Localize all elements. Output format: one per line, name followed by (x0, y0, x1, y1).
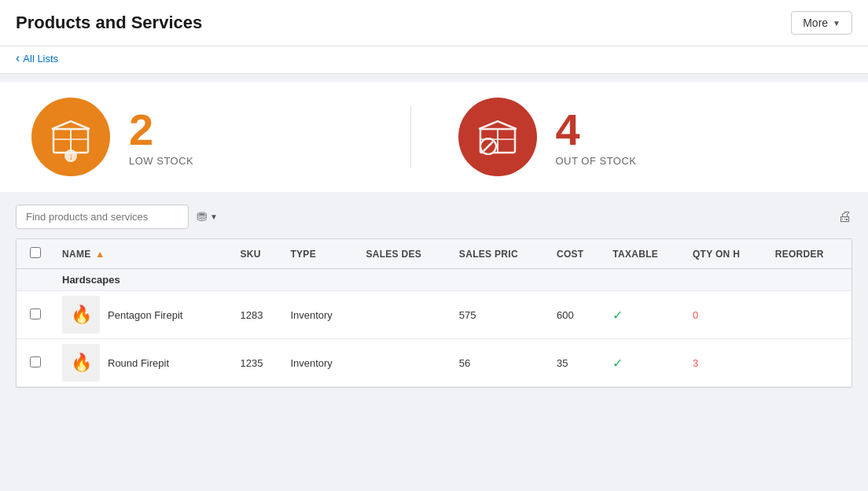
product-sales-desc (358, 291, 451, 339)
product-sku: 1283 (233, 291, 283, 339)
print-button[interactable]: 🖨 (838, 209, 852, 225)
col-taxable[interactable]: TAXABLE (605, 239, 685, 269)
all-lists-link[interactable]: All Lists (16, 51, 58, 65)
product-sales-price: 575 (451, 291, 549, 339)
product-thumbnail: 🔥 (62, 344, 100, 382)
group-label: Hardscapes (54, 269, 851, 291)
page-title: Products and Services (16, 13, 202, 33)
all-lists-bar: All Lists (0, 46, 868, 74)
product-name-cell: 🔥 Round Firepit (54, 339, 233, 387)
product-cost: 35 (549, 339, 605, 387)
out-of-stock-count: 4 (556, 108, 637, 152)
row-checkbox-cell (17, 291, 54, 339)
row-checkbox-cell (17, 339, 54, 387)
row-checkbox[interactable] (30, 356, 41, 367)
select-all-checkbox[interactable] (30, 247, 41, 258)
col-name[interactable]: NAME ▲ (54, 239, 233, 269)
low-stock-label: LOW STOCK (129, 155, 193, 167)
print-icon: 🖨 (838, 209, 852, 224)
products-table-wrapper: NAME ▲ SKU TYPE SALES DES SALES PRIC COS… (16, 238, 852, 388)
product-sales-desc (358, 339, 451, 387)
filter-icon: ⛃ (197, 209, 207, 224)
taxable-check-icon: ✓ (612, 356, 623, 370)
out-of-stock-label: OUT OF STOCK (556, 155, 637, 167)
out-of-stock-text: 4 OUT OF STOCK (556, 108, 637, 167)
col-reorder[interactable]: REORDER (767, 239, 851, 269)
product-sales-price: 56 (451, 339, 549, 387)
product-type: Inventory (282, 291, 358, 339)
product-thumbnail: 🔥 (62, 296, 100, 334)
col-qty[interactable]: QTY ON H (685, 239, 767, 269)
col-sku[interactable]: SKU (233, 239, 283, 269)
more-button[interactable]: More ▼ (791, 11, 852, 35)
sort-arrow-icon: ▲ (95, 249, 105, 260)
product-qty: 3 (685, 339, 767, 387)
taxable-check-icon: ✓ (612, 308, 623, 322)
product-cell: 🔥 Round Firepit (62, 344, 225, 382)
low-stock-count: 2 (129, 108, 193, 152)
low-stock-card: ↓ 2 LOW STOCK (31, 98, 410, 176)
list-section: ⛃ ▼ 🖨 NAME ▲ SKU TYPE SALES DES (0, 192, 868, 388)
product-taxable: ✓ (605, 291, 685, 339)
product-reorder (767, 339, 851, 387)
product-cost: 600 (549, 291, 605, 339)
table-row: 🔥 Pentagon Firepit 1283 Inventory 575 60… (17, 291, 851, 339)
svg-text:↓: ↓ (68, 151, 73, 162)
col-type[interactable]: TYPE (282, 239, 358, 269)
table-header-row: NAME ▲ SKU TYPE SALES DES SALES PRIC COS… (17, 239, 851, 269)
product-name[interactable]: Round Firepit (108, 357, 169, 369)
filter-button[interactable]: ⛃ ▼ (197, 209, 218, 224)
product-name[interactable]: Pentagon Firepit (108, 309, 182, 321)
search-filter-row: ⛃ ▼ 🖨 (16, 205, 852, 229)
col-cost[interactable]: COST (549, 239, 605, 269)
col-sales-desc[interactable]: SALES DES (358, 239, 451, 269)
chevron-down-icon: ▼ (833, 19, 840, 28)
out-of-stock-card: 4 OUT OF STOCK (411, 98, 837, 176)
product-cell: 🔥 Pentagon Firepit (62, 296, 225, 334)
table-row: 🔥 Round Firepit 1235 Inventory 56 35 ✓ 3 (17, 339, 851, 387)
product-taxable: ✓ (605, 339, 685, 387)
low-stock-icon-circle: ↓ (31, 98, 110, 176)
product-sku: 1235 (233, 339, 283, 387)
low-stock-text: 2 LOW STOCK (129, 108, 193, 167)
filter-chevron-icon: ▼ (210, 212, 218, 221)
product-qty: 0 (685, 291, 767, 339)
out-of-stock-icon-circle (458, 98, 537, 176)
group-row-hardscapes: Hardscapes (17, 269, 851, 291)
product-type: Inventory (282, 339, 358, 387)
checkbox-header (17, 239, 54, 269)
page-header: Products and Services More ▼ (0, 0, 868, 46)
search-input[interactable] (16, 205, 189, 229)
product-name-cell: 🔥 Pentagon Firepit (54, 291, 233, 339)
row-checkbox[interactable] (30, 308, 41, 319)
products-table: NAME ▲ SKU TYPE SALES DES SALES PRIC COS… (17, 239, 851, 387)
col-sales-price[interactable]: SALES PRIC (451, 239, 549, 269)
product-reorder (767, 291, 851, 339)
summary-section: ↓ 2 LOW STOCK (0, 82, 868, 192)
